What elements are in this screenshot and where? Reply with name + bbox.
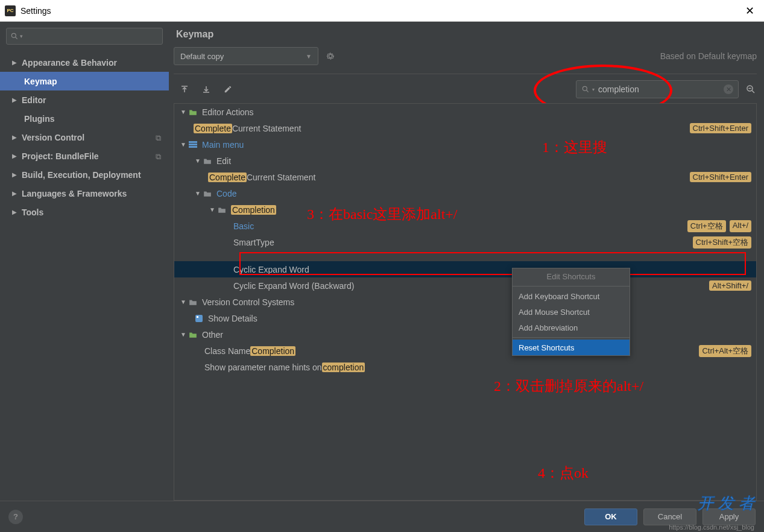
sidebar-item-keymap[interactable]: Keymap [0,72,169,90]
folder-icon [188,297,198,307]
content-panel: Keymap Default copy ▼ Based on Default k… [169,22,764,501]
folder-icon [188,107,198,117]
sidebar-item-tools[interactable]: ▶Tools [0,203,169,221]
sidebar-item-appearance[interactable]: ▶Appearance & Behavior [0,53,169,72]
annotation-2: 2：双击删掉原来的alt+/ [494,376,643,396]
shortcut-badge: Alt+/ [730,220,751,232]
tree-node-vcs[interactable]: ▼ Version Control Systems [174,294,756,310]
sidebar-item-languages[interactable]: ▶Languages & Frameworks [0,184,169,203]
clear-icon[interactable]: ✕ [724,84,733,94]
titlebar: PC Settings ✕ [0,0,764,22]
window-title: Settings [21,6,740,16]
sidebar-item-plugins[interactable]: Plugins [0,109,169,128]
footer-url: https://blog.csdn.net/xsj_blog [669,524,754,531]
menu-item-add-abbrev[interactable]: Add Abbreviation [513,320,630,335]
menu-item-reset[interactable]: Reset Shortcuts [513,340,630,355]
sidebar-item-editor[interactable]: ▶Editor [0,90,169,109]
menu-separator [513,286,630,287]
shortcut-badge: Ctrl+Shift+Enter [690,172,752,182]
scheme-label: Default copy [180,52,224,61]
menu-icon [188,140,198,150]
menu-item-edit-shortcuts[interactable]: Edit Shortcuts [513,268,630,284]
svg-rect-11 [189,141,197,143]
apply-button[interactable]: Apply [702,508,756,525]
svg-rect-14 [195,315,203,322]
chevron-down-icon: ▼ [306,53,312,60]
sidebar-item-build[interactable]: ▶Build, Execution, Deployment [0,165,169,184]
sidebar: ▾ ▶Appearance & Behavior Keymap ▶Editor … [0,22,169,501]
tree-node-editor-actions[interactable]: ▼ Editor Actions [174,104,756,120]
chevron-down-icon: ▾ [592,87,595,92]
keymap-scheme-dropdown[interactable]: Default copy ▼ [174,47,318,65]
tree-node-other[interactable]: ▼ Other [174,326,756,343]
expand-all-icon[interactable] [178,83,191,95]
tree-item-smarttype[interactable]: SmartType Ctrl+Shift+空格 [174,234,756,250]
folder-icon [202,189,213,198]
doc-icon: ⧉ [156,133,164,142]
tree-node-edit[interactable]: ▼ Edit [174,153,756,169]
menu-item-add-keyboard[interactable]: Add Keyboard Shortcut [513,288,630,304]
ok-button[interactable]: OK [584,508,637,525]
svg-rect-12 [189,144,197,145]
tree-item-complete-statement-2[interactable]: Complete Current Statement Ctrl+Shift+En… [174,169,756,185]
doc-icon: ⧉ [156,152,164,160]
context-menu: Edit Shortcuts Add Keyboard Shortcut Add… [512,268,630,356]
sidebar-item-project[interactable]: ▶Project: BundleFile⧉ [0,147,169,165]
cancel-button[interactable]: Cancel [643,508,696,525]
details-icon [194,314,204,323]
svg-point-0 [11,33,16,37]
shortcut-badge: Alt+Shift+/ [709,280,751,291]
main-area: ▾ ▶Appearance & Behavior Keymap ▶Editor … [0,22,764,501]
tree-item-param-hints[interactable]: Show parameter name hints on completion [174,359,756,375]
keymap-search-input[interactable]: ▾ completion ✕ [576,80,739,98]
find-by-shortcut-icon[interactable] [745,83,757,95]
shortcut-badge: Ctrl+Shift+空格 [693,236,751,249]
sidebar-item-vcs[interactable]: ▶Version Control⧉ [0,128,169,147]
menu-separator [513,337,630,338]
tree-item-basic[interactable]: Basic Ctrl+空格Alt+/ [174,218,756,234]
toolbar-row: ▾ completion ✕ [174,74,757,103]
gear-icon[interactable] [326,50,338,62]
search-text: completion [598,84,724,94]
footer: ? OK Cancel Apply https://blog.csdn.net/… [0,501,764,532]
tree-item-class-name-completion[interactable]: Class Name Completion Ctrl+Alt+空格 [174,343,756,359]
top-row: Default copy ▼ Based on Default keymap [174,47,757,74]
tree-item-show-details[interactable]: Show Details [174,310,756,326]
edit-icon[interactable] [222,83,234,95]
shortcut-badge: Ctrl+空格 [687,220,726,232]
svg-point-6 [582,86,587,90]
svg-rect-15 [197,316,198,318]
annotation-4: 4：点ok [538,463,589,483]
shortcut-badge: Ctrl+Alt+空格 [699,345,751,357]
sidebar-tree: ▶Appearance & Behavior Keymap ▶Editor Pl… [0,51,169,501]
based-on-label: Based on Default keymap [660,51,757,61]
app-icon: PC [5,5,16,16]
svg-line-7 [587,90,589,92]
help-icon[interactable]: ? [8,510,23,524]
keymap-tree: ▼ Editor Actions Complete Current Statem… [174,103,757,501]
tree-node-code[interactable]: ▼ Code [174,185,756,201]
collapse-all-icon[interactable] [200,83,212,95]
svg-rect-13 [189,146,197,148]
menu-item-add-mouse[interactable]: Add Mouse Shortcut [513,304,630,320]
tree-node-completion[interactable]: ▼ Completion [174,201,756,218]
tree-node-main-menu[interactable]: ▼ Main menu [174,136,756,153]
svg-line-1 [16,37,17,39]
shortcut-badge: Ctrl+Shift+Enter [690,123,752,133]
tree-item-cyclic-expand-back[interactable]: Cyclic Expand Word Cyclic Expand Word (B… [174,277,756,294]
close-icon[interactable]: ✕ [740,2,759,20]
folder-icon [202,156,213,166]
page-title: Keymap [174,27,757,47]
search-icon [581,85,590,93]
folder-icon [216,205,227,215]
svg-line-9 [752,90,754,93]
tree-item-complete-statement-1[interactable]: Complete Current Statement Ctrl+Shift+En… [174,120,756,136]
folder-icon [188,330,198,340]
tree-item-cyclic-expand[interactable]: Cyclic Expand Word [174,261,756,277]
sidebar-search-input[interactable]: ▾ [6,28,163,45]
